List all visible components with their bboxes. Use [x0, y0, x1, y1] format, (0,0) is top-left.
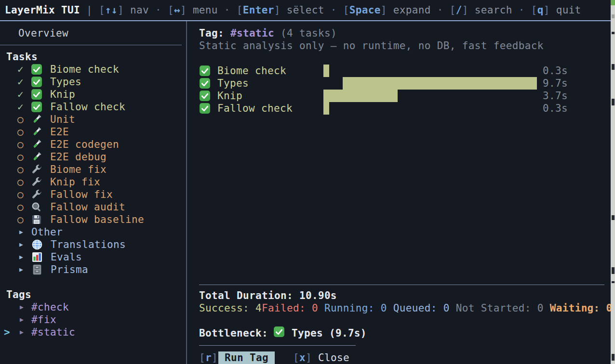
detail-title-tag: #static	[230, 27, 274, 39]
sidebar-item-label: Knip fix	[50, 176, 100, 188]
footer-separator	[199, 345, 356, 346]
sidebar-item-biome-fix[interactable]: ○Biome fix	[0, 163, 186, 176]
expand-arrow-icon: ▶	[20, 301, 31, 313]
bottleneck-line: Bottleneck: Types (9.7s)	[199, 327, 604, 339]
tag-list: ▶#check▶#fix>▶#static	[0, 301, 186, 338]
tag-detail-title: Tag: #static (4 tasks)	[199, 27, 604, 39]
status-prefix-icon: ○	[17, 163, 31, 176]
check-done-icon	[31, 89, 50, 100]
sidebar-tag-fix[interactable]: ▶#fix	[0, 313, 186, 326]
check-done-icon	[199, 103, 217, 114]
status-success: Success: 4	[199, 302, 262, 314]
layermix-tui-window: LayerMix TUI | [↑↓] nav · [↔] menu · [En…	[0, 0, 615, 364]
detail-title-count: (4 tasks)	[281, 27, 337, 39]
status-prefix-icon: ✓	[17, 88, 31, 101]
bar-chart-icon	[31, 251, 51, 263]
task-duration-chart: Biome check0.3sTypes9.7sKnip3.7sFallow c…	[199, 65, 604, 115]
header-bar: LayerMix TUI | [↑↓] nav · [↔] menu · [En…	[0, 0, 615, 21]
status-prefix-icon: ○	[17, 151, 31, 163]
sidebar-tag-static[interactable]: >▶#static	[0, 326, 186, 338]
hint-expand: [Space] expand	[343, 4, 431, 16]
sidebar-item-other[interactable]: ▶Other	[0, 226, 186, 238]
sidebar-item-fallow-check[interactable]: ✓Fallow check	[0, 101, 186, 113]
main-panel: Tag: #static (4 tasks) Static analysis o…	[187, 21, 615, 364]
test-tube-icon	[31, 139, 50, 150]
check-done-icon	[199, 78, 217, 89]
sidebar-item-evals[interactable]: ▶Evals	[0, 251, 186, 263]
check-done-icon	[199, 65, 217, 77]
hint-quit: [q] quit	[531, 4, 581, 16]
sidebar-item-unit[interactable]: ○Unit	[0, 113, 186, 126]
sidebar-item-label: Types	[50, 76, 81, 88]
expand-arrow-icon: ▶	[20, 326, 31, 338]
sidebar-item-translations[interactable]: ▶Translations	[0, 238, 186, 251]
sidebar-item-label: E2E codegen	[50, 138, 119, 151]
expand-arrow-icon: ▶	[19, 238, 31, 251]
total-duration-label: Total Duration:	[199, 289, 293, 302]
test-tube-icon	[31, 126, 50, 138]
sidebar-item-label: E2E	[50, 126, 69, 138]
chart-task-label: Knip	[217, 90, 323, 102]
hint-nav: [↑↓] nav	[99, 4, 149, 16]
status-failed: Failed: 0	[262, 302, 318, 314]
expand-arrow-icon: ▶	[19, 263, 31, 276]
duration-value: 3.7s	[537, 90, 568, 102]
floppy-icon	[31, 214, 50, 225]
sidebar-tag-check[interactable]: ▶#check	[0, 301, 186, 313]
bottleneck-value: Types (9.7s)	[292, 327, 367, 339]
hint-search: [/] search	[450, 4, 512, 16]
sidebar-item-label: Fallow check	[50, 101, 125, 113]
duration-bar-track	[323, 102, 537, 115]
summary-separator	[199, 285, 604, 285]
run-tag-key: [r]	[199, 351, 218, 364]
sidebar-item-types[interactable]: ✓Types	[0, 76, 186, 88]
sidebar-item-label: Fallow audit	[50, 201, 125, 213]
sidebar-item-fallow-audit[interactable]: ○Fallow audit	[0, 201, 186, 213]
duration-value: 9.7s	[537, 77, 568, 90]
run-tag-button[interactable]: Run Tag	[218, 351, 275, 364]
header-keyboard-hints: [↑↓] nav · [↔] menu · [Enter] sëlect · […	[99, 4, 581, 16]
duration-bar-track	[323, 65, 537, 77]
sidebar-item-e2e[interactable]: ○E2E	[0, 126, 186, 138]
total-duration-line: Total Duration: 10.90s	[199, 289, 604, 302]
file-cabinet-icon	[31, 264, 51, 275]
status-prefix-icon: ○	[17, 113, 31, 126]
tags-section-header: Tags	[0, 288, 186, 301]
detail-title-label: Tag:	[199, 27, 224, 39]
expand-arrow-icon: ▶	[19, 251, 31, 263]
sidebar-item-knip[interactable]: ✓Knip	[0, 88, 186, 101]
sidebar: Overview Tasks ✓Biome check✓Types✓Knip✓F…	[0, 21, 187, 364]
sidebar-item-label: Other	[31, 226, 63, 238]
right-edge-artifact	[611, 0, 615, 364]
close-button[interactable]: Close	[318, 351, 349, 364]
check-done-icon	[273, 326, 286, 338]
sidebar-item-biome-check[interactable]: ✓Biome check	[0, 63, 186, 76]
sidebar-item-label: Knip	[50, 88, 75, 101]
status-prefix-icon: ○	[17, 176, 31, 188]
status-prefix-icon: ○	[17, 201, 31, 213]
chart-row-fallow-check: Fallow check0.3s	[199, 102, 604, 115]
sidebar-item-label: E2E debug	[50, 151, 107, 163]
footer-actions: [r] Run Tag [x] Close	[199, 351, 604, 364]
sidebar-item-prisma[interactable]: ▶Prisma	[0, 263, 186, 276]
test-tube-icon	[31, 114, 50, 125]
sidebar-item-e2e-codegen[interactable]: ○E2E codegen	[0, 138, 186, 151]
chart-row-types: Types9.7s	[199, 77, 604, 90]
status-summary-line: Success: 4Failed: 0 Running: 0 Queued: 0…	[199, 302, 604, 314]
sidebar-item-label: Translations	[51, 238, 126, 251]
selection-cursor: >	[4, 326, 20, 338]
globe-icon	[31, 239, 51, 250]
sidebar-item-knip-fix[interactable]: ○Knip fix	[0, 176, 186, 188]
wrench-icon	[31, 189, 50, 200]
sidebar-item-e2e-debug[interactable]: ○E2E debug	[0, 151, 186, 163]
tag-label: #check	[31, 301, 69, 313]
sidebar-item-fallow-baseline[interactable]: ○Fallow baseline	[0, 213, 186, 226]
sidebar-item-label: Biome fix	[50, 163, 107, 176]
sidebar-item-fallow-fix[interactable]: ○Fallow fix	[0, 188, 186, 201]
duration-bar-track	[323, 90, 537, 102]
status-queued: Queued: 0	[387, 302, 450, 314]
status-prefix-icon: ○	[17, 213, 31, 226]
wrench-icon	[31, 176, 50, 188]
sidebar-item-overview[interactable]: Overview	[0, 27, 186, 45]
close-key: [x]	[293, 351, 312, 364]
